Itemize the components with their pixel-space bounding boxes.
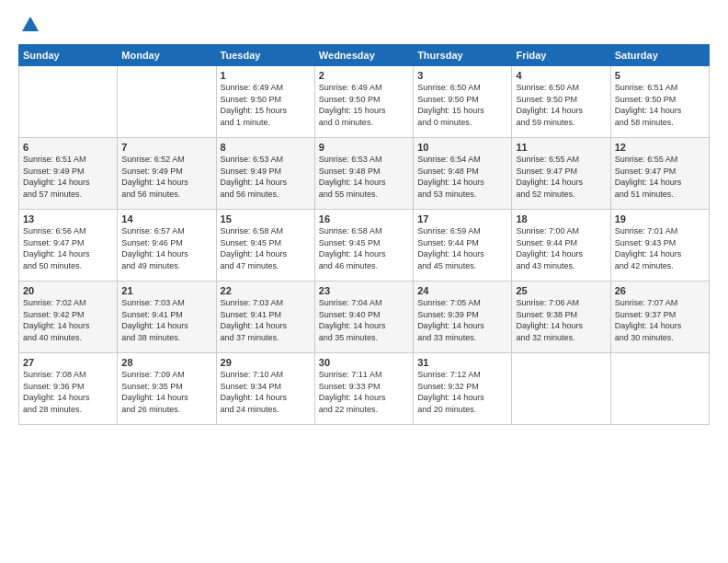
day-info: Sunrise: 7:01 AM Sunset: 9:43 PM Dayligh… <box>615 225 705 271</box>
day-info: Sunrise: 7:09 AM Sunset: 9:35 PM Dayligh… <box>121 369 211 415</box>
day-number: 28 <box>121 357 211 368</box>
day-number: 9 <box>319 142 409 153</box>
day-info: Sunrise: 7:03 AM Sunset: 9:41 PM Dayligh… <box>221 297 311 343</box>
day-number: 13 <box>23 213 113 224</box>
day-info: Sunrise: 6:56 AM Sunset: 9:47 PM Dayligh… <box>23 225 113 271</box>
day-number: 22 <box>221 285 311 296</box>
weekday-header-row: SundayMondayTuesdayWednesdayThursdayFrid… <box>19 45 710 66</box>
calendar-cell: 22Sunrise: 7:03 AM Sunset: 9:41 PM Dayli… <box>216 282 314 353</box>
day-info: Sunrise: 6:59 AM Sunset: 9:44 PM Dayligh… <box>417 225 507 271</box>
weekday-header-wednesday: Wednesday <box>314 45 413 66</box>
day-number: 5 <box>615 70 705 81</box>
day-number: 8 <box>221 142 311 153</box>
calendar-cell <box>19 66 118 138</box>
calendar-cell: 4Sunrise: 6:50 AM Sunset: 9:50 PM Daylig… <box>512 66 610 138</box>
calendar-cell: 14Sunrise: 6:57 AM Sunset: 9:46 PM Dayli… <box>118 210 216 282</box>
calendar-cell: 24Sunrise: 7:05 AM Sunset: 9:39 PM Dayli… <box>414 282 512 353</box>
week-row-1: 1Sunrise: 6:49 AM Sunset: 9:50 PM Daylig… <box>19 66 710 138</box>
calendar-cell: 7Sunrise: 6:52 AM Sunset: 9:49 PM Daylig… <box>118 138 216 210</box>
day-info: Sunrise: 6:58 AM Sunset: 9:45 PM Dayligh… <box>319 225 409 271</box>
day-info: Sunrise: 7:06 AM Sunset: 9:38 PM Dayligh… <box>516 297 606 343</box>
day-number: 11 <box>516 142 606 153</box>
day-info: Sunrise: 7:04 AM Sunset: 9:40 PM Dayligh… <box>319 297 409 343</box>
weekday-header-tuesday: Tuesday <box>216 45 314 66</box>
day-number: 23 <box>319 285 409 296</box>
day-number: 30 <box>319 357 409 368</box>
calendar-cell: 6Sunrise: 6:51 AM Sunset: 9:49 PM Daylig… <box>19 138 118 210</box>
day-number: 1 <box>221 70 311 81</box>
day-info: Sunrise: 6:53 AM Sunset: 9:49 PM Dayligh… <box>221 154 311 200</box>
calendar-cell: 13Sunrise: 6:56 AM Sunset: 9:47 PM Dayli… <box>19 210 118 282</box>
day-info: Sunrise: 6:51 AM Sunset: 9:49 PM Dayligh… <box>23 154 113 200</box>
day-info: Sunrise: 7:02 AM Sunset: 9:42 PM Dayligh… <box>23 297 113 343</box>
day-number: 15 <box>221 213 311 224</box>
day-number: 27 <box>23 357 113 368</box>
calendar-cell: 19Sunrise: 7:01 AM Sunset: 9:43 PM Dayli… <box>610 210 709 282</box>
day-number: 12 <box>615 142 705 153</box>
day-number: 10 <box>417 142 507 153</box>
day-info: Sunrise: 6:57 AM Sunset: 9:46 PM Dayligh… <box>121 225 211 271</box>
day-number: 3 <box>417 70 507 81</box>
calendar-cell: 1Sunrise: 6:49 AM Sunset: 9:50 PM Daylig… <box>216 66 314 138</box>
day-info: Sunrise: 7:10 AM Sunset: 9:34 PM Dayligh… <box>221 369 311 415</box>
day-number: 26 <box>615 285 705 296</box>
calendar-cell <box>512 353 610 425</box>
day-info: Sunrise: 7:12 AM Sunset: 9:32 PM Dayligh… <box>417 369 507 415</box>
day-info: Sunrise: 6:50 AM Sunset: 9:50 PM Dayligh… <box>516 82 606 128</box>
weekday-header-thursday: Thursday <box>414 45 512 66</box>
calendar-cell: 15Sunrise: 6:58 AM Sunset: 9:45 PM Dayli… <box>216 210 314 282</box>
calendar-cell: 30Sunrise: 7:11 AM Sunset: 9:33 PM Dayli… <box>314 353 413 425</box>
day-number: 2 <box>319 70 409 81</box>
calendar-cell: 31Sunrise: 7:12 AM Sunset: 9:32 PM Dayli… <box>414 353 512 425</box>
header <box>18 15 710 35</box>
day-info: Sunrise: 6:55 AM Sunset: 9:47 PM Dayligh… <box>516 154 606 200</box>
logo-icon <box>20 15 40 35</box>
calendar-cell: 21Sunrise: 7:03 AM Sunset: 9:41 PM Dayli… <box>118 282 216 353</box>
svg-marker-0 <box>22 17 39 31</box>
day-number: 20 <box>23 285 113 296</box>
calendar-cell: 11Sunrise: 6:55 AM Sunset: 9:47 PM Dayli… <box>512 138 610 210</box>
calendar-cell: 18Sunrise: 7:00 AM Sunset: 9:44 PM Dayli… <box>512 210 610 282</box>
calendar-cell: 23Sunrise: 7:04 AM Sunset: 9:40 PM Dayli… <box>314 282 413 353</box>
day-info: Sunrise: 6:54 AM Sunset: 9:48 PM Dayligh… <box>417 154 507 200</box>
day-number: 29 <box>221 357 311 368</box>
logo <box>18 15 40 35</box>
calendar-cell <box>118 66 216 138</box>
day-info: Sunrise: 6:49 AM Sunset: 9:50 PM Dayligh… <box>319 82 409 128</box>
day-number: 25 <box>516 285 606 296</box>
calendar-cell: 2Sunrise: 6:49 AM Sunset: 9:50 PM Daylig… <box>314 66 413 138</box>
day-number: 14 <box>121 213 211 224</box>
calendar-table: SundayMondayTuesdayWednesdayThursdayFrid… <box>18 44 710 425</box>
day-number: 4 <box>516 70 606 81</box>
day-number: 16 <box>319 213 409 224</box>
day-info: Sunrise: 7:00 AM Sunset: 9:44 PM Dayligh… <box>516 225 606 271</box>
day-info: Sunrise: 7:05 AM Sunset: 9:39 PM Dayligh… <box>417 297 507 343</box>
day-info: Sunrise: 6:52 AM Sunset: 9:49 PM Dayligh… <box>121 154 211 200</box>
calendar-cell: 17Sunrise: 6:59 AM Sunset: 9:44 PM Dayli… <box>414 210 512 282</box>
week-row-2: 6Sunrise: 6:51 AM Sunset: 9:49 PM Daylig… <box>19 138 710 210</box>
calendar-cell: 16Sunrise: 6:58 AM Sunset: 9:45 PM Dayli… <box>314 210 413 282</box>
day-number: 19 <box>615 213 705 224</box>
day-number: 21 <box>121 285 211 296</box>
day-number: 17 <box>417 213 507 224</box>
day-info: Sunrise: 6:50 AM Sunset: 9:50 PM Dayligh… <box>417 82 507 128</box>
week-row-4: 20Sunrise: 7:02 AM Sunset: 9:42 PM Dayli… <box>19 282 710 353</box>
day-info: Sunrise: 6:53 AM Sunset: 9:48 PM Dayligh… <box>319 154 409 200</box>
day-info: Sunrise: 7:11 AM Sunset: 9:33 PM Dayligh… <box>319 369 409 415</box>
weekday-header-monday: Monday <box>118 45 216 66</box>
week-row-3: 13Sunrise: 6:56 AM Sunset: 9:47 PM Dayli… <box>19 210 710 282</box>
day-info: Sunrise: 6:58 AM Sunset: 9:45 PM Dayligh… <box>221 225 311 271</box>
day-number: 6 <box>23 142 113 153</box>
weekday-header-saturday: Saturday <box>610 45 709 66</box>
day-number: 24 <box>417 285 507 296</box>
calendar-page: SundayMondayTuesdayWednesdayThursdayFrid… <box>0 0 728 563</box>
calendar-cell: 29Sunrise: 7:10 AM Sunset: 9:34 PM Dayli… <box>216 353 314 425</box>
day-info: Sunrise: 7:08 AM Sunset: 9:36 PM Dayligh… <box>23 369 113 415</box>
day-info: Sunrise: 6:49 AM Sunset: 9:50 PM Dayligh… <box>221 82 311 128</box>
week-row-5: 27Sunrise: 7:08 AM Sunset: 9:36 PM Dayli… <box>19 353 710 425</box>
calendar-cell: 28Sunrise: 7:09 AM Sunset: 9:35 PM Dayli… <box>118 353 216 425</box>
calendar-cell: 8Sunrise: 6:53 AM Sunset: 9:49 PM Daylig… <box>216 138 314 210</box>
weekday-header-friday: Friday <box>512 45 610 66</box>
calendar-cell: 26Sunrise: 7:07 AM Sunset: 9:37 PM Dayli… <box>610 282 709 353</box>
weekday-header-sunday: Sunday <box>19 45 118 66</box>
